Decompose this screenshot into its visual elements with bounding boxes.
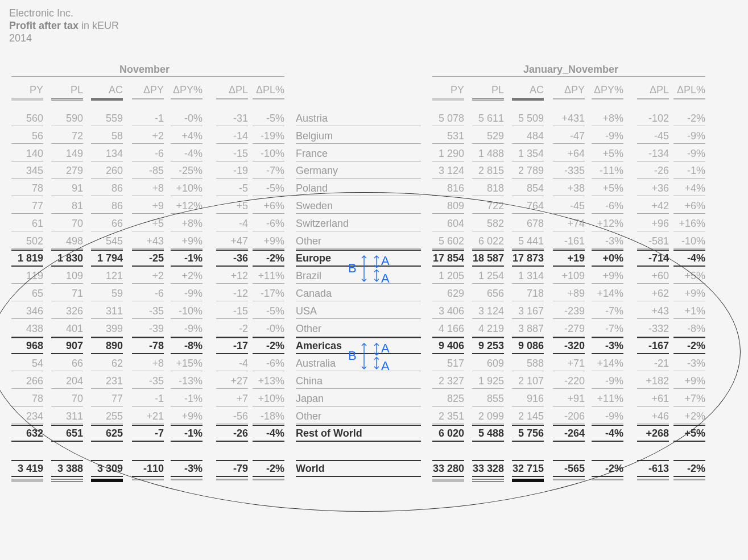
cell: +9 <box>132 200 164 212</box>
row-label: Japan <box>296 393 324 405</box>
cell: +9% <box>673 375 705 387</box>
cell-rule <box>132 318 164 319</box>
cell-rule <box>637 178 669 179</box>
grand-rule <box>11 479 43 482</box>
cell: 5 756 <box>512 428 544 439</box>
grand-rule <box>673 479 705 480</box>
row-label: World <box>296 463 325 475</box>
row-label: Germany <box>296 165 338 177</box>
label-rule <box>296 213 421 214</box>
label-rule <box>296 231 421 231</box>
cell-rule <box>592 283 623 284</box>
col-rule <box>216 98 248 99</box>
cell-rule-top <box>472 425 504 426</box>
cell: 59 <box>91 288 123 300</box>
grand-rule <box>472 479 504 482</box>
cell: 1 488 <box>472 148 504 160</box>
grand-rule-top <box>216 460 248 461</box>
cell: +14% <box>592 358 623 370</box>
cell-rule <box>216 353 248 354</box>
cell-rule <box>592 336 623 337</box>
cell: -2% <box>673 340 705 352</box>
cell: +5% <box>673 270 705 282</box>
cell-rule-top <box>592 337 623 338</box>
cell: +5% <box>592 182 623 194</box>
cell-rule <box>512 196 544 196</box>
cell-rule <box>91 266 123 267</box>
col-rule <box>11 98 43 101</box>
cell: 78 <box>11 393 43 405</box>
cell: +27 <box>216 375 248 387</box>
cell-rule <box>51 336 83 337</box>
cell-rule-top <box>11 250 43 251</box>
cell-rule <box>432 318 464 319</box>
label-rule <box>296 161 421 161</box>
cell: -0% <box>171 113 203 125</box>
cell-rule <box>91 161 123 161</box>
cell-rule <box>432 196 464 196</box>
cell-rule <box>432 336 464 337</box>
cell-rule <box>253 318 284 319</box>
cell-rule <box>553 143 585 144</box>
cell: +11% <box>253 270 284 282</box>
row-label: Australia <box>296 358 336 370</box>
cell-rule <box>472 371 504 371</box>
col-rule <box>637 98 669 99</box>
cell: 401 <box>51 323 83 335</box>
cell: +7% <box>673 393 705 405</box>
cell-rule <box>553 336 585 337</box>
cell: -3% <box>592 340 623 352</box>
cell: 32 715 <box>512 463 544 475</box>
cell-rule <box>637 196 669 196</box>
cell-rule <box>553 318 585 319</box>
cell: +8 <box>132 182 164 194</box>
cell-rule <box>91 406 123 406</box>
cell-rule-top <box>91 337 123 338</box>
cell-rule <box>592 371 623 371</box>
cell: 3 388 <box>51 463 83 475</box>
cell-rule <box>253 388 284 389</box>
col-header-PY: ΔPY% <box>592 84 623 96</box>
cell-rule <box>91 388 123 389</box>
grand-rule <box>432 479 464 482</box>
cell: 86 <box>91 182 123 194</box>
cell-rule-top <box>432 250 464 251</box>
cell-rule <box>472 388 504 389</box>
cell-rule <box>673 126 705 126</box>
cell: 72 <box>51 130 83 142</box>
cell: +62 <box>637 288 669 300</box>
label-rule <box>296 441 421 442</box>
cell-rule <box>512 353 544 354</box>
cell: 764 <box>512 200 544 212</box>
cell: -9% <box>592 375 623 387</box>
cell: -1% <box>171 428 203 439</box>
cell: +0% <box>592 252 623 264</box>
cell: 5 509 <box>512 113 544 125</box>
cell-rule <box>512 424 544 424</box>
cell: -14 <box>216 130 248 142</box>
cell: 438 <box>11 323 43 335</box>
cell-rule <box>673 213 705 214</box>
cell-rule <box>472 231 504 231</box>
cell-rule <box>132 371 164 371</box>
cell: 1 794 <box>91 252 123 264</box>
cell: -35 <box>132 375 164 387</box>
grand-rule-top <box>11 460 43 461</box>
cell-rule-top <box>673 250 705 251</box>
col-header-PL: PL <box>51 84 83 96</box>
cell: 3 167 <box>512 305 544 317</box>
cell: 33 280 <box>432 463 464 475</box>
cell-rule <box>432 266 464 267</box>
cell: -79 <box>216 463 248 475</box>
cell-rule <box>512 388 544 389</box>
cell: 629 <box>432 288 464 300</box>
cell-rule-top <box>51 425 83 426</box>
cell: 1 830 <box>51 252 83 264</box>
cell-rule-top <box>553 337 585 338</box>
cell-rule <box>51 353 83 354</box>
cell: -6% <box>253 358 284 370</box>
cell-rule <box>637 388 669 389</box>
cell-rule <box>432 301 464 301</box>
cell-rule <box>171 318 203 319</box>
cell: +43 <box>637 305 669 317</box>
